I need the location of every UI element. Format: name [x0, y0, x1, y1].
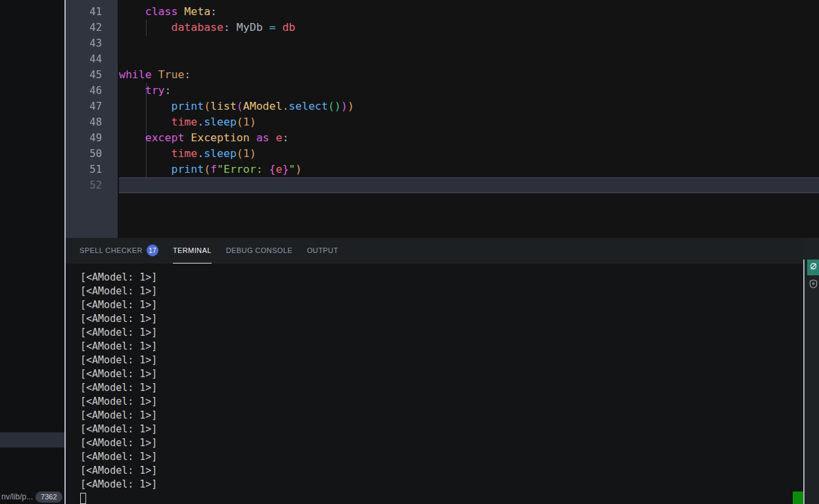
terminal-line: [<AModel: 1>]	[80, 464, 805, 478]
left-window-statusbar: nv/lib/p... 7362	[0, 490, 64, 504]
screen: nv/lib/p... 7362 41424344454647484950515…	[0, 0, 819, 504]
terminal-line: [<AModel: 1>]	[80, 423, 805, 436]
terminal-line: [<AModel: 1>]	[80, 478, 805, 492]
terminal-line: [<AModel: 1>]	[80, 285, 805, 298]
panel-tab-terminal[interactable]: TERMINAL	[173, 239, 212, 263]
terminal-line: [<AModel: 1>]	[80, 395, 805, 409]
terminal-line: [<AModel: 1>]	[80, 312, 805, 326]
bottom-panel: SPELL CHECKER17TERMINALDEBUG CONSOLEOUTP…	[66, 238, 819, 504]
code-line[interactable]: class Meta:	[119, 4, 819, 20]
line-number: 51	[66, 162, 118, 177]
line-number: 41	[66, 4, 118, 20]
line-number: 42	[66, 20, 118, 35]
left-window-count-badge: 7362	[35, 492, 62, 503]
code-line[interactable]: while True:	[119, 67, 819, 83]
code-line[interactable]: time.sleep(1)	[119, 146, 819, 162]
code-lines[interactable]: class Meta: database: MyDb = dbwhile Tru…	[119, 4, 819, 193]
editor-gutter: 414243444546474849505152	[66, 0, 118, 238]
terminal-cursor	[80, 493, 86, 504]
panel-tab-debug-console[interactable]: DEBUG CONSOLE	[226, 239, 292, 263]
code-line[interactable]	[119, 51, 819, 67]
panel-tab-label: DEBUG CONSOLE	[226, 246, 292, 254]
terminal-line: [<AModel: 1>]	[80, 367, 805, 381]
code-line[interactable]: print(f"Error: {e}")	[119, 162, 819, 177]
terminal-line: [<AModel: 1>]	[80, 326, 805, 340]
line-number: 48	[66, 114, 118, 130]
code-line[interactable]: print(list(AModel.select()))	[119, 99, 819, 114]
problems-count-badge: 17	[147, 244, 158, 256]
code-line[interactable]: database: MyDb = db	[119, 20, 819, 35]
terminal-line: [<AModel: 1>]	[80, 409, 805, 423]
line-number: 50	[66, 146, 118, 162]
editor-pane[interactable]: 414243444546474849505152 class Meta: dat…	[66, 0, 819, 238]
code-line[interactable]: except Exception as e:	[119, 130, 819, 146]
terminal-line: [<AModel: 1>]	[80, 271, 805, 285]
line-number: 44	[66, 51, 118, 67]
shield-icon	[809, 279, 818, 291]
panel-tab-label: SPELL CHECKER	[80, 246, 143, 254]
code-line[interactable]: try:	[119, 83, 819, 99]
do-not-disturb-button[interactable]	[807, 260, 819, 275]
terminal-output[interactable]: [<AModel: 1>][<AModel: 1>][<AModel: 1>][…	[66, 263, 805, 504]
code-line[interactable]	[119, 35, 819, 51]
right-icon-rail	[805, 238, 819, 504]
code-line[interactable]	[119, 177, 819, 193]
terminal-line: [<AModel: 1>]	[80, 340, 805, 354]
code-line[interactable]: time.sleep(1)	[119, 114, 819, 130]
panel-tabbar: SPELL CHECKER17TERMINALDEBUG CONSOLEOUTP…	[66, 238, 819, 263]
line-number: 43	[66, 35, 118, 51]
panel-tab-spell-checker[interactable]: SPELL CHECKER17	[80, 239, 158, 263]
terminal-line: [<AModel: 1>]	[80, 450, 805, 464]
terminal-line: [<AModel: 1>]	[80, 298, 805, 312]
workspace-trust-button[interactable]	[807, 278, 819, 292]
left-background-window: nv/lib/p... 7362	[0, 0, 64, 504]
terminal-line: [<AModel: 1>]	[80, 354, 805, 367]
line-number: 46	[66, 83, 118, 99]
panel-tab-label: OUTPUT	[307, 246, 339, 254]
code-editor-window: 414243444546474849505152 class Meta: dat…	[66, 0, 819, 504]
line-number: 49	[66, 130, 118, 146]
line-numbers: 414243444546474849505152	[66, 4, 118, 193]
bell-slash-icon	[809, 262, 818, 273]
line-number: 47	[66, 99, 118, 114]
terminal-scroll-marker	[793, 492, 803, 504]
terminal-line: [<AModel: 1>]	[80, 436, 805, 450]
left-window-selected-row[interactable]	[0, 432, 64, 447]
line-number: 52	[66, 177, 118, 193]
panel-tab-label: TERMINAL	[173, 246, 212, 254]
terminal-line: [<AModel: 1>]	[80, 381, 805, 395]
line-number: 45	[66, 67, 118, 83]
panel-tab-output[interactable]: OUTPUT	[307, 239, 339, 263]
left-window-path-text: nv/lib/p...	[0, 492, 33, 501]
